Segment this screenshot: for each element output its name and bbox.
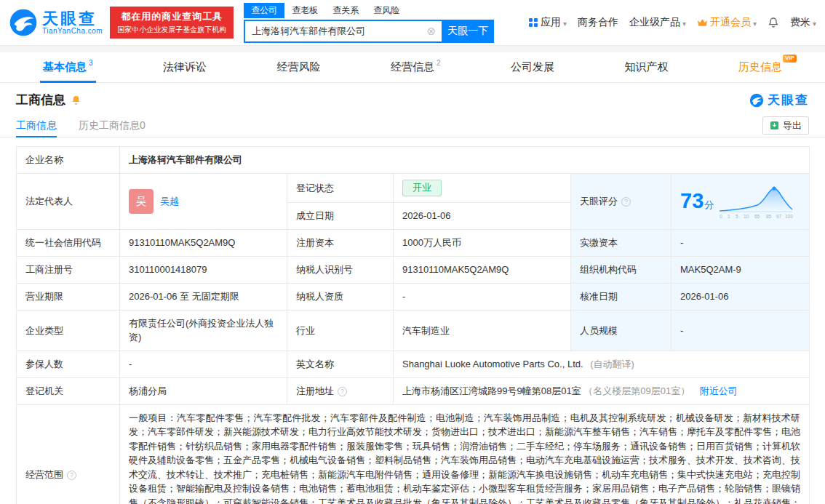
- tab-legal-proceedings[interactable]: 法律诉讼: [160, 52, 210, 82]
- chevron-down-icon: [813, 17, 816, 28]
- tianyancha-mini-icon: [749, 93, 764, 108]
- score-value: 73: [680, 189, 704, 212]
- value-business-term: 2026-01-06 至 无固定期限: [120, 283, 287, 310]
- address-note: （名义楼层第09层01室）: [583, 385, 690, 396]
- vip-badge: VIP: [783, 55, 797, 63]
- export-icon: [770, 121, 779, 130]
- search-button[interactable]: 天眼一下: [442, 20, 494, 43]
- section-header: 工商信息 天眼查: [0, 83, 825, 114]
- section-title: 工商信息: [16, 92, 65, 108]
- legal-rep-avatar[interactable]: 吴: [129, 189, 154, 214]
- label-paid-capital: 实缴资本: [571, 229, 671, 256]
- chevron-down-icon: [682, 17, 686, 28]
- top-nav: 应用 商务合作 企业级产品 开通会员 费米: [528, 16, 816, 29]
- row-company-name: 企业名称 上海洛轲汽车部件有限公司: [17, 147, 810, 174]
- search-tab-boss[interactable]: 查老板: [284, 3, 325, 18]
- value-approval-date: 2026-01-06: [671, 283, 810, 310]
- value-reg-status: 开业: [394, 174, 571, 203]
- value-industry: 汽车制造业: [394, 310, 571, 351]
- label-establish-date: 成立日期: [287, 202, 394, 229]
- tab-intellectual-property[interactable]: 知识产权: [621, 52, 671, 82]
- search-area: 查公司 查老板 查关系 查风险 天眼一下: [244, 3, 494, 43]
- value-insured-count: -: [120, 351, 287, 377]
- row-business-scope: 经营范围 一般项目：汽车零配件零售；汽车零配件批发；汽车零部件及配件制造；电池制…: [17, 404, 810, 504]
- tab-history-info[interactable]: 历史信息 VIP: [736, 52, 785, 82]
- top-header: 天眼查 TianYanCha.com 都在用的商业查询工具 国家中小企业发展子基…: [0, 0, 825, 45]
- nav-apps[interactable]: 应用: [528, 16, 567, 29]
- notification-bell[interactable]: [768, 17, 779, 28]
- nav-enterprise-label: 企业级产品: [629, 16, 680, 29]
- value-org-code: MAK5Q2AM-9: [671, 256, 810, 283]
- slogan-badge: 都在用的商业查询工具 国家中小企业发展子基金旗下机构: [110, 7, 234, 39]
- subtab-business-info[interactable]: 工商信息: [16, 114, 57, 137]
- tab-operation-risk[interactable]: 经营风险: [274, 52, 324, 82]
- svg-text:5: 5: [736, 214, 738, 219]
- nav-cooperation-label: 商务合作: [578, 16, 618, 29]
- svg-text:65: 65: [754, 214, 760, 219]
- subscribe-bell-button[interactable]: [71, 95, 81, 105]
- apps-grid-icon: [528, 17, 538, 28]
- help-icon: [338, 387, 347, 396]
- user-menu[interactable]: 费米: [790, 16, 816, 29]
- value-tianyan-score[interactable]: 73分 0: [671, 174, 810, 230]
- tab-operation-label: 经营信息: [391, 60, 434, 74]
- subtab-bar: 工商信息 历史工商信息0 导出: [0, 114, 825, 137]
- legal-rep-link[interactable]: 吴越: [160, 194, 179, 209]
- tab-risk-label: 经营风险: [277, 60, 321, 74]
- search-tab-risk[interactable]: 查风险: [366, 3, 407, 18]
- label-insured-count: 参保人数: [17, 351, 120, 377]
- clear-icon[interactable]: [427, 25, 437, 36]
- score-unit: 分: [704, 199, 714, 210]
- english-name-text: Shanghai Luoke Automotive Parts Co., Ltd…: [402, 359, 583, 369]
- scope-label-text: 经营范围: [25, 469, 63, 480]
- search-tab-relation[interactable]: 查关系: [325, 3, 366, 18]
- tianyancha-logo[interactable]: 天眼查 TianYanCha.com: [9, 8, 103, 37]
- label-approval-date: 核准日期: [571, 283, 671, 310]
- value-paid-capital: -: [671, 229, 810, 256]
- value-reg-authority: 杨浦分局: [120, 377, 287, 404]
- label-credit-code: 统一社会信用代码: [17, 229, 120, 256]
- tab-operation-info[interactable]: 经营信息 2: [388, 52, 444, 82]
- row-reg-number: 工商注册号 310110001418079 纳税人识别号 91310110MAK…: [17, 256, 810, 283]
- score-number: 73分: [680, 185, 714, 217]
- value-english-name: Shanghai Luoke Automotive Parts Co., Ltd…: [394, 351, 810, 377]
- header-divider: [0, 45, 825, 52]
- search-tab-company[interactable]: 查公司: [244, 3, 284, 18]
- brand-domain: TianYanCha.com: [42, 27, 103, 35]
- row-company-type: 企业类型 有限责任公司(外商投资企业法人独资) 行业 汽车制造业 人员规模 -: [17, 310, 810, 351]
- svg-text:10: 10: [744, 214, 749, 219]
- row-credit-code: 统一社会信用代码 91310110MAK5Q2AM9Q 注册资本 1000万人民…: [17, 229, 810, 256]
- search-tabs: 查公司 查老板 查关系 查风险: [244, 3, 494, 18]
- tab-company-development[interactable]: 公司发展: [508, 52, 557, 82]
- section-brand-logo: 天眼查: [749, 92, 809, 108]
- nav-enterprise-products[interactable]: 企业级产品: [629, 16, 686, 29]
- label-org-code: 组织机构代码: [571, 256, 671, 283]
- svg-text:0: 0: [720, 214, 722, 219]
- value-reg-number: 310110001418079: [120, 256, 287, 283]
- label-reg-number: 工商注册号: [17, 256, 120, 283]
- user-name: 费米: [790, 16, 810, 29]
- nav-open-vip[interactable]: 开通会员: [697, 16, 757, 29]
- svg-text:100: 100: [785, 214, 793, 219]
- export-button[interactable]: 导出: [762, 116, 809, 135]
- nav-vip-label: 开通会员: [710, 16, 751, 29]
- address-label-text: 注册地址: [296, 385, 334, 396]
- search-input[interactable]: [244, 20, 442, 43]
- label-company-name: 企业名称: [17, 147, 120, 174]
- nav-business-cooperation[interactable]: 商务合作: [578, 16, 618, 29]
- nearby-companies-link[interactable]: 附近公司: [700, 385, 738, 396]
- bell-icon: [768, 17, 779, 28]
- slogan-line-2: 国家中小企业发展子基金旗下机构: [117, 25, 226, 35]
- slogan-line-1: 都在用的商业查询工具: [117, 10, 226, 23]
- label-staff-size: 人员规模: [571, 310, 671, 351]
- bell-orange-icon: [71, 95, 81, 105]
- tab-basic-info[interactable]: 基本信息 3: [40, 52, 96, 82]
- value-business-scope: 一般项目：汽车零配件零售；汽车零配件批发；汽车零部件及配件制造；电池制造；汽车装…: [120, 404, 810, 504]
- label-business-term: 营业期限: [17, 283, 120, 310]
- tab-ip-label: 知识产权: [624, 60, 668, 74]
- nav-apps-label: 应用: [541, 16, 561, 29]
- label-english-name: 英文名称: [287, 351, 394, 377]
- subtab-history-business-info[interactable]: 历史工商信息0: [79, 114, 146, 137]
- english-name-note: (自动翻译): [590, 359, 634, 369]
- company-tabs: 基本信息 3 法律诉讼 经营风险 经营信息 2 公司发展 知识产权 历史信息 V…: [0, 52, 825, 83]
